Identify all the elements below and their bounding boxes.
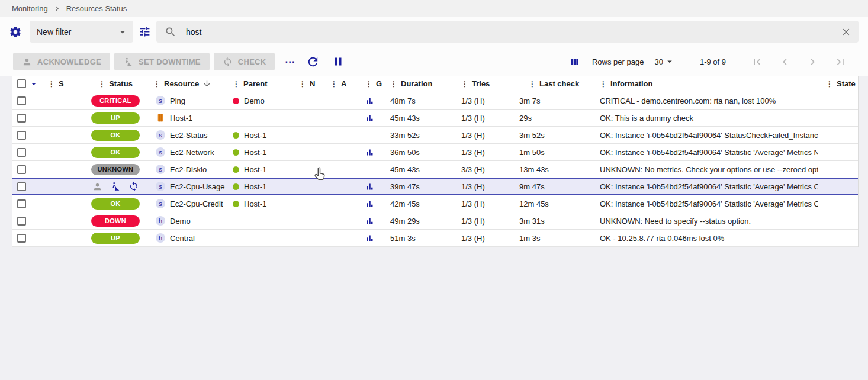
service-chip: s: [156, 182, 165, 191]
parent-name: Host-1: [244, 182, 266, 191]
column-header-n[interactable]: ⋮N: [291, 79, 323, 88]
graph-icon[interactable]: [365, 199, 374, 208]
person-icon: [22, 57, 32, 67]
search-input[interactable]: [185, 27, 832, 37]
graph-icon[interactable]: [365, 182, 374, 191]
column-header-information[interactable]: ⋮Information: [597, 79, 818, 88]
table-row[interactable]: CRITICAL sPing Demo 48m 7s 1/3 (H) 3m 7s…: [12, 92, 858, 110]
column-header-last-check[interactable]: ⋮Last check: [517, 79, 597, 88]
previous-page-button[interactable]: [777, 54, 792, 69]
acknowledge-icon[interactable]: [92, 182, 102, 192]
pagination-range: 1-9 of 9: [700, 57, 726, 66]
row-checkbox[interactable]: [17, 131, 26, 140]
next-page-button[interactable]: [805, 54, 820, 69]
sync-icon: [223, 57, 233, 67]
actions-toolbar: ACKNOWLEDGE SET DOWNTIME CHECK ... Rows …: [0, 47, 868, 76]
table-row[interactable]: UNKNOWN sEc2-Diskio Host-1 45m 43s 3/3 (…: [12, 161, 858, 178]
settings-icon[interactable]: [9, 25, 22, 38]
check-icon[interactable]: [128, 181, 139, 192]
table-row[interactable]: UP hCentral 51m 3s 1/3 (H) 1m 3s OK - 10…: [12, 230, 858, 247]
resource-name: Ec2-Cpu-Usage: [170, 182, 225, 191]
information-cell: OK: Instance 'i-0b54bd2f54af90064' Stati…: [597, 182, 818, 191]
refresh-icon: [306, 55, 320, 69]
resource-name: Ec2-Network: [170, 148, 214, 157]
resource-name: Ec2-Cpu-Credit: [170, 199, 223, 208]
column-header-g[interactable]: ⋮G: [356, 79, 382, 88]
pause-button[interactable]: [330, 54, 346, 69]
acknowledge-button[interactable]: ACKNOWLEDGE: [13, 53, 110, 70]
clear-search-icon[interactable]: [841, 27, 851, 37]
graph-icon[interactable]: [365, 148, 374, 157]
row-checkbox[interactable]: [17, 182, 26, 191]
resource-name: Host-1: [170, 114, 192, 123]
pause-icon: [332, 55, 345, 68]
table-row[interactable]: DOWN hDemo 49m 29s 1/3 (H) 3m 31s UNKNOW…: [12, 212, 858, 230]
columns-icon[interactable]: [569, 56, 580, 67]
column-header-severity[interactable]: ⋮S: [38, 79, 87, 88]
graph-icon[interactable]: [365, 114, 374, 123]
status-badge: UNKNOWN: [91, 164, 140, 175]
table-header: ⋮S ⋮Status ⋮Resource ⋮Parent ⋮N ⋮A ⋮G ⋮D…: [12, 76, 858, 92]
breadcrumb-item-monitoring[interactable]: Monitoring: [12, 4, 48, 13]
refresh-button[interactable]: [305, 54, 321, 70]
aws-host-icon: [156, 113, 165, 123]
column-header-status[interactable]: ⋮Status: [87, 79, 144, 88]
last-page-button[interactable]: [833, 54, 848, 69]
last-check-cell: 12m 45s: [517, 199, 597, 208]
resource-name: Ping: [170, 96, 185, 105]
duration-cell: 39m 47s: [382, 182, 446, 191]
breadcrumb-item-resources-status[interactable]: Resources Status: [66, 4, 127, 13]
chevron-down-icon: [664, 56, 675, 67]
last-check-cell: 3m 31s: [517, 217, 597, 226]
table-row[interactable]: OK sEc2-Cpu-Credit Host-1 42m 45s 1/3 (H…: [12, 195, 858, 212]
breadcrumb: Monitoring Resources Status: [0, 0, 868, 17]
sort-descending-icon: [202, 79, 211, 88]
parent-name: Host-1: [244, 131, 266, 140]
information-cell: CRITICAL - demo.centreon.com: rta nan, l…: [597, 96, 818, 105]
set-downtime-icon[interactable]: [110, 181, 121, 192]
table-row[interactable]: UP Host-1 45m 43s 1/3 (H) 29s OK: This i…: [12, 110, 858, 127]
row-checkbox[interactable]: [17, 234, 26, 243]
check-button[interactable]: CHECK: [214, 53, 275, 70]
column-header-state[interactable]: ⋮State: [818, 79, 858, 88]
parent-status-dot: [233, 132, 239, 139]
resources-table: ⋮S ⋮Status ⋮Resource ⋮Parent ⋮N ⋮A ⋮G ⋮D…: [12, 76, 859, 247]
graph-icon[interactable]: [365, 234, 374, 243]
row-checkbox[interactable]: [17, 96, 26, 105]
table-row-hovered[interactable]: sEc2-Cpu-Usage Host-1 39m 47s 1/3 (H) 9m…: [12, 178, 858, 195]
information-cell: UNKNOWN: Need to specify --status option…: [597, 217, 818, 226]
graph-icon[interactable]: [365, 96, 374, 105]
row-checkbox[interactable]: [17, 165, 26, 174]
row-checkbox[interactable]: [17, 114, 26, 123]
table-row[interactable]: OK sEc2-Network Host-1 36m 50s 1/3 (H) 1…: [12, 144, 858, 161]
row-checkbox[interactable]: [17, 199, 26, 208]
select-all-checkbox[interactable]: [17, 79, 26, 88]
filter-options-button[interactable]: [137, 24, 153, 40]
last-check-cell: 13m 43s: [517, 165, 597, 174]
column-header-parent[interactable]: ⋮Parent: [226, 79, 291, 88]
duration-cell: 33m 52s: [382, 131, 446, 140]
first-page-icon: [751, 56, 763, 68]
parent-name: Demo: [244, 96, 265, 105]
column-header-a[interactable]: ⋮A: [323, 79, 356, 88]
first-page-button[interactable]: [750, 54, 764, 69]
row-checkbox[interactable]: [17, 217, 26, 226]
select-menu-icon[interactable]: [29, 79, 38, 89]
filter-select[interactable]: New filter: [30, 21, 133, 43]
tries-cell: 1/3 (H): [446, 96, 517, 105]
parent-status-dot: [233, 166, 239, 173]
column-header-duration[interactable]: ⋮Duration: [382, 79, 446, 88]
last-check-cell: 29s: [517, 114, 597, 123]
table-row[interactable]: OK sEc2-Status Host-1 33m 52s 1/3 (H) 3m…: [12, 127, 858, 144]
duration-cell: 45m 43s: [382, 165, 446, 174]
column-header-resource[interactable]: ⋮Resource: [144, 79, 226, 88]
row-checkbox[interactable]: [17, 148, 26, 157]
more-actions-button[interactable]: ...: [281, 53, 298, 66]
column-header-tries[interactable]: ⋮Tries: [446, 79, 517, 88]
rows-per-page-select[interactable]: 30: [654, 56, 674, 67]
parent-status-dot: [233, 149, 239, 156]
parent-status-dot: [233, 201, 239, 207]
duration-cell: 49m 29s: [382, 217, 446, 226]
graph-icon[interactable]: [365, 217, 374, 226]
set-downtime-button[interactable]: SET DOWNTIME: [114, 53, 210, 70]
